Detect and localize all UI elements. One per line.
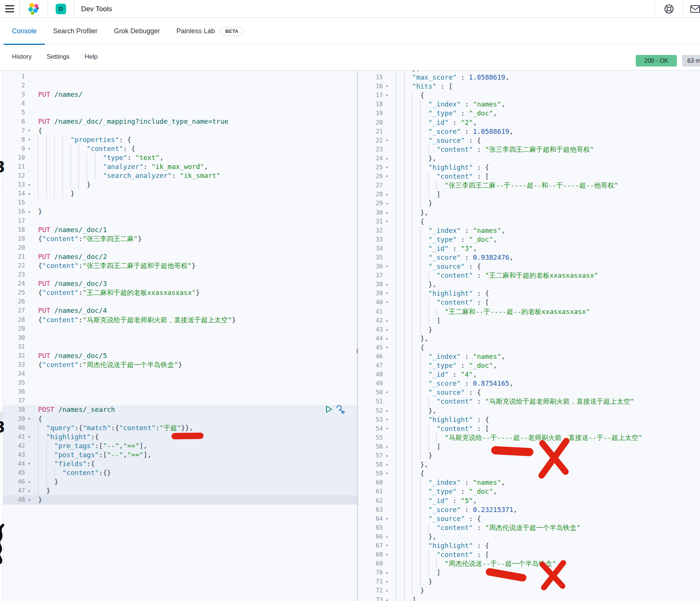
code-line[interactable]: 22▾ "_source" : { xyxy=(358,136,700,145)
code-line[interactable]: 3PUT /names/ xyxy=(3,90,357,99)
code-line[interactable]: 16▴} xyxy=(3,207,357,216)
fold-closed-icon[interactable]: ▴ xyxy=(383,199,391,208)
fold-open-icon[interactable]: ▾ xyxy=(25,126,33,135)
code-line[interactable]: 57▴ } xyxy=(358,451,700,460)
fold-open-icon[interactable]: ▾ xyxy=(383,469,391,478)
code-line[interactable]: 39▾{ xyxy=(3,414,357,423)
code-line[interactable]: 47 "_type" : "_doc", xyxy=(358,361,700,370)
code-line[interactable]: 14▴ } xyxy=(3,189,357,198)
code-line[interactable]: 25{"content":"王二麻和于超的老板xxasxasxasx"} xyxy=(3,288,357,297)
fold-closed-icon[interactable]: ▴ xyxy=(383,316,391,325)
fold-open-icon[interactable]: ▾ xyxy=(383,550,391,559)
fold-open-icon[interactable]: ▾ xyxy=(383,163,391,172)
code-line[interactable]: 16▾ "hits" : [ xyxy=(358,82,700,91)
code-line[interactable]: 34 xyxy=(3,369,357,378)
code-line[interactable]: 54▾ "content" : [ xyxy=(358,424,700,433)
fold-open-icon[interactable]: ▾ xyxy=(383,415,391,424)
fold-closed-icon[interactable]: ▴ xyxy=(383,280,391,289)
code-line[interactable]: 65 "content" : "周杰伦说送于超一个半岛铁盒" xyxy=(358,523,700,532)
request-options-wrench-icon[interactable] xyxy=(335,404,345,414)
code-line[interactable]: 41 "王二麻和--于----超--的老板xxasxasxasx" xyxy=(358,307,700,316)
code-line[interactable]: 45 "content":{} xyxy=(3,468,357,477)
code-line[interactable]: 48▴} xyxy=(3,495,357,504)
code-line[interactable]: 63 "_score" : 0.23215371, xyxy=(358,505,700,514)
code-line[interactable]: 32 "_index" : "names", xyxy=(358,226,700,235)
code-line[interactable]: 60 "_index" : "names", xyxy=(358,478,700,487)
code-line[interactable]: 45▾ { xyxy=(358,343,700,352)
fold-closed-icon[interactable]: ▴ xyxy=(25,477,33,486)
code-line[interactable]: 5 xyxy=(3,108,357,117)
code-line[interactable]: 66▴ }, xyxy=(358,532,700,541)
code-line[interactable]: 27PUT /names/_doc/4 xyxy=(3,306,357,315)
tab-search-profiler[interactable]: Search Profiler xyxy=(45,18,106,44)
code-line[interactable]: 26▾ "content" : [ xyxy=(358,172,700,181)
code-line[interactable]: 73▴ ] xyxy=(358,595,700,601)
fold-closed-icon[interactable]: ▴ xyxy=(25,189,33,198)
code-line[interactable]: 33 "_type" : "_doc", xyxy=(358,235,700,244)
code-line[interactable]: 39▾ "highlight" : { xyxy=(358,289,700,298)
fold-closed-icon[interactable]: ▴ xyxy=(383,154,391,163)
code-line[interactable]: 41▾ "highlight":{ xyxy=(3,432,357,441)
code-line[interactable]: 25▾ "highlight" : { xyxy=(358,163,700,172)
code-line[interactable]: 18 "_index" : "names", xyxy=(358,100,700,109)
code-line[interactable]: 32PUT /names/_doc/5 xyxy=(3,351,357,360)
code-line[interactable]: 15 "max_score" : 1.0588619, xyxy=(358,73,700,82)
space-switcher[interactable]: D xyxy=(48,0,74,18)
code-line[interactable]: 31▾ { xyxy=(358,217,700,226)
code-line[interactable]: 30 xyxy=(3,333,357,342)
fold-open-icon[interactable]: ▾ xyxy=(383,343,391,352)
fold-closed-icon[interactable]: ▴ xyxy=(383,406,391,415)
code-line[interactable]: 18PUT /names/_doc/1 xyxy=(3,225,357,234)
code-line[interactable]: 21PUT /names/_doc/2 xyxy=(3,252,357,261)
code-line[interactable]: 53▾ "highlight" : { xyxy=(358,415,700,424)
fold-open-icon[interactable]: ▾ xyxy=(383,136,391,145)
fold-open-icon[interactable]: ▾ xyxy=(25,459,33,468)
fold-open-icon[interactable]: ▾ xyxy=(383,541,391,550)
code-line[interactable]: 6PUT /names/_doc/_mapping?include_type_n… xyxy=(3,117,357,126)
fold-closed-icon[interactable]: ▴ xyxy=(383,334,391,343)
fold-open-icon[interactable]: ▾ xyxy=(383,91,391,100)
code-line[interactable]: 26 xyxy=(3,297,357,306)
send-request-button[interactable] xyxy=(325,405,333,413)
code-line[interactable]: 7▾{ xyxy=(3,126,357,135)
code-line[interactable]: 67▾ "highlight" : { xyxy=(358,541,700,550)
code-line[interactable]: 36▾ "_source" : { xyxy=(358,262,700,271)
code-line[interactable]: 2 xyxy=(3,81,357,90)
fold-closed-icon[interactable]: ▴ xyxy=(383,190,391,199)
fold-closed-icon[interactable]: ▴ xyxy=(25,180,33,189)
code-line[interactable]: 42▴ ] xyxy=(358,316,700,325)
code-line[interactable]: 12 "search_analyzer": "ik_smart" xyxy=(3,171,357,180)
code-line[interactable]: 36 xyxy=(3,387,357,396)
fold-open-icon[interactable]: ▾ xyxy=(25,144,33,153)
fold-closed-icon[interactable]: ▴ xyxy=(383,595,391,601)
fold-open-icon[interactable]: ▾ xyxy=(383,298,391,307)
fold-closed-icon[interactable]: ▴ xyxy=(383,568,391,577)
fold-open-icon[interactable]: ▾ xyxy=(25,135,33,144)
request-editor[interactable]: 123PUT /names/456PUT /names/_doc/_mappin… xyxy=(3,71,357,601)
fold-closed-icon[interactable]: ▴ xyxy=(383,586,391,595)
tab-console[interactable]: Console xyxy=(4,18,45,44)
code-line[interactable]: 17 xyxy=(3,216,357,225)
code-line[interactable]: 27 "张三李四王二麻--于----超--和--于----超--他哥权" xyxy=(358,181,700,190)
code-line[interactable]: 61 "_type" : "_doc", xyxy=(358,487,700,496)
fold-closed-icon[interactable]: ▴ xyxy=(383,532,391,541)
code-line[interactable]: 64▾ "_source" : { xyxy=(358,514,700,523)
code-line[interactable]: 62 "_id" : "5", xyxy=(358,496,700,505)
code-line[interactable]: 72▴ } xyxy=(358,586,700,595)
code-line[interactable]: 38▴ }, xyxy=(358,280,700,289)
code-line[interactable]: 35 "_score" : 0.9382476, xyxy=(358,253,700,262)
code-line[interactable]: 40 "query":{"match":{"content":"于超"}}, xyxy=(3,423,357,432)
code-line[interactable]: 33{"content":"周杰伦说送于超一个半岛铁盒"} xyxy=(3,360,357,369)
code-line[interactable]: 37 xyxy=(3,396,357,405)
elastic-logo-icon[interactable] xyxy=(20,0,47,18)
fold-closed-icon[interactable]: ▴ xyxy=(25,207,33,216)
code-line[interactable]: 28{"content":"马斯克说给于超老师刷火箭，直接送于超上太空"} xyxy=(3,315,357,324)
code-line[interactable]: 59▾ { xyxy=(358,469,700,478)
code-line[interactable]: 8▾ "properties": { xyxy=(3,135,357,144)
code-line[interactable]: 46 "_index" : "names", xyxy=(358,352,700,361)
fold-open-icon[interactable]: ▾ xyxy=(383,289,391,298)
code-line[interactable]: 19 "_type" : "_doc", xyxy=(358,109,700,118)
code-line[interactable]: 21 "_score" : 1.0588619, xyxy=(358,127,700,136)
code-line[interactable]: 29▴ } xyxy=(358,199,700,208)
fold-open-icon[interactable]: ▾ xyxy=(383,424,391,433)
